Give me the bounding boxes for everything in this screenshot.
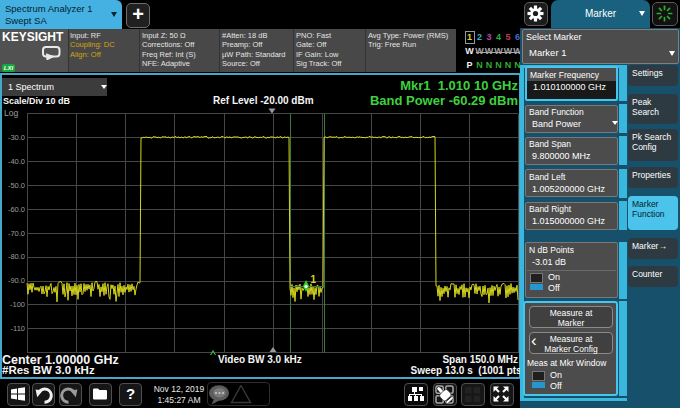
svg-text:1: 1 bbox=[311, 274, 317, 285]
svg-text:-30.0: -30.0 bbox=[8, 133, 25, 142]
svg-text:-100: -100 bbox=[10, 300, 25, 309]
svg-text:-40.0: -40.0 bbox=[8, 157, 25, 166]
svg-text:-70.0: -70.0 bbox=[8, 229, 25, 238]
svg-text:-50.0: -50.0 bbox=[8, 181, 25, 190]
svg-text:-110: -110 bbox=[11, 324, 25, 333]
svg-text:-60.0: -60.0 bbox=[8, 205, 25, 214]
svg-text:-90.0: -90.0 bbox=[8, 276, 25, 285]
svg-text:-80.0: -80.0 bbox=[8, 252, 25, 261]
